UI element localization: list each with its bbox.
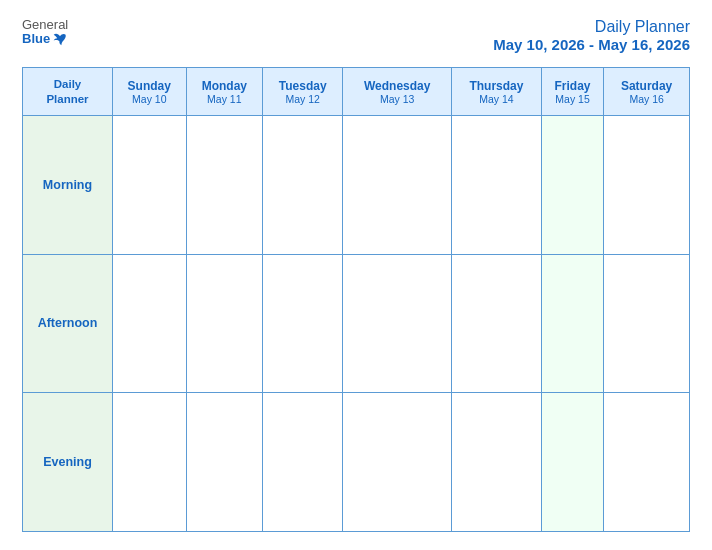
cell-morning-monday[interactable]	[186, 116, 263, 255]
label-header-daily: Daily	[54, 78, 82, 90]
col-tuesday-name: Tuesday	[265, 79, 340, 93]
cell-evening-thursday[interactable]	[452, 393, 542, 532]
label-header-cell: Daily Planner	[23, 68, 113, 116]
col-monday-date: May 11	[189, 93, 261, 105]
row-evening: Evening	[23, 393, 690, 532]
cell-evening-sunday[interactable]	[113, 393, 187, 532]
row-afternoon: Afternoon	[23, 254, 690, 393]
col-sunday-name: Sunday	[115, 79, 184, 93]
cell-afternoon-friday[interactable]	[541, 254, 603, 393]
col-header-monday: Monday May 11	[186, 68, 263, 116]
col-header-wednesday: Wednesday May 13	[343, 68, 452, 116]
row-label-afternoon: Afternoon	[23, 254, 113, 393]
title-block: Daily Planner May 10, 2026 - May 16, 202…	[493, 18, 690, 53]
label-header-planner: Planner	[46, 93, 88, 105]
header: General Blue Daily Planner May 10, 2026 …	[22, 18, 690, 53]
col-header-thursday: Thursday May 14	[452, 68, 542, 116]
col-header-tuesday: Tuesday May 12	[263, 68, 343, 116]
cell-morning-wednesday[interactable]	[343, 116, 452, 255]
cell-morning-sunday[interactable]	[113, 116, 187, 255]
date-range: May 10, 2026 - May 16, 2026	[493, 36, 690, 53]
cell-afternoon-saturday[interactable]	[604, 254, 690, 393]
logo-general-text: General	[22, 18, 68, 32]
cell-afternoon-sunday[interactable]	[113, 254, 187, 393]
cell-morning-friday[interactable]	[541, 116, 603, 255]
cell-evening-monday[interactable]	[186, 393, 263, 532]
cell-morning-tuesday[interactable]	[263, 116, 343, 255]
cell-evening-wednesday[interactable]	[343, 393, 452, 532]
col-thursday-name: Thursday	[454, 79, 539, 93]
cell-evening-tuesday[interactable]	[263, 393, 343, 532]
cell-evening-saturday[interactable]	[604, 393, 690, 532]
planner-table: Daily Planner Sunday May 10 Monday May 1…	[22, 67, 690, 532]
cell-afternoon-monday[interactable]	[186, 254, 263, 393]
cell-afternoon-thursday[interactable]	[452, 254, 542, 393]
col-monday-name: Monday	[189, 79, 261, 93]
cell-afternoon-wednesday[interactable]	[343, 254, 452, 393]
row-label-morning: Morning	[23, 116, 113, 255]
col-wednesday-date: May 13	[345, 93, 449, 105]
col-wednesday-name: Wednesday	[345, 79, 449, 93]
col-header-friday: Friday May 15	[541, 68, 603, 116]
col-sunday-date: May 10	[115, 93, 184, 105]
logo: General Blue	[22, 18, 68, 47]
col-saturday-name: Saturday	[606, 79, 687, 93]
logo-bird-icon	[53, 32, 67, 46]
page: General Blue Daily Planner May 10, 2026 …	[0, 0, 712, 550]
cell-afternoon-tuesday[interactable]	[263, 254, 343, 393]
col-friday-date: May 15	[544, 93, 601, 105]
col-friday-name: Friday	[544, 79, 601, 93]
logo-blue-text: Blue	[22, 32, 67, 46]
col-tuesday-date: May 12	[265, 93, 340, 105]
cell-evening-friday[interactable]	[541, 393, 603, 532]
col-header-saturday: Saturday May 16	[604, 68, 690, 116]
cell-morning-thursday[interactable]	[452, 116, 542, 255]
main-title: Daily Planner	[493, 18, 690, 36]
table-header-row: Daily Planner Sunday May 10 Monday May 1…	[23, 68, 690, 116]
row-label-evening: Evening	[23, 393, 113, 532]
cell-morning-saturday[interactable]	[604, 116, 690, 255]
col-saturday-date: May 16	[606, 93, 687, 105]
col-thursday-date: May 14	[454, 93, 539, 105]
row-morning: Morning	[23, 116, 690, 255]
col-header-sunday: Sunday May 10	[113, 68, 187, 116]
